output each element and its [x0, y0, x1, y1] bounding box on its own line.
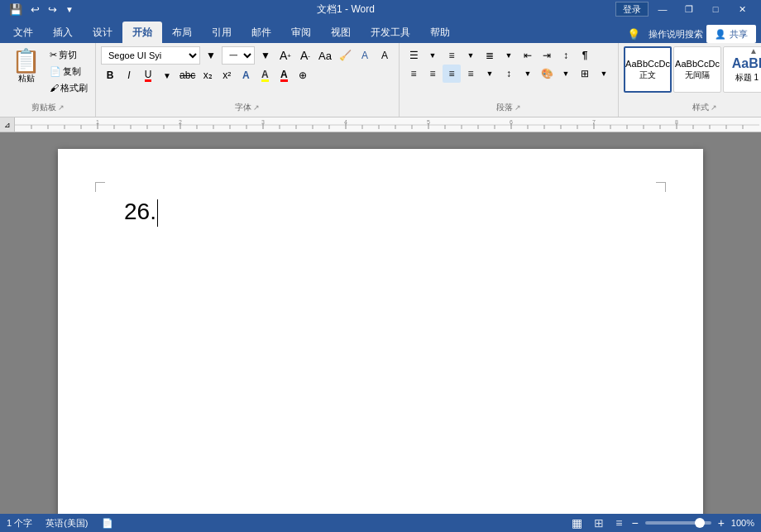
italic-button[interactable]: I: [120, 66, 138, 84]
ribbon-collapse-button[interactable]: ▲: [749, 46, 758, 55]
subscript-button[interactable]: x₂: [199, 66, 217, 84]
bullets-button[interactable]: ☰: [404, 46, 423, 65]
text-effects-button[interactable]: A: [237, 66, 255, 84]
tab-review[interactable]: 审阅: [281, 22, 321, 43]
paragraph-expand-icon[interactable]: ↗: [515, 103, 521, 112]
increase-indent-button[interactable]: ⇥: [538, 46, 556, 65]
status-bar-right: ▦ ⊞ ≡ − + 100%: [569, 516, 754, 530]
bold-button[interactable]: B: [101, 66, 119, 84]
search-label[interactable]: 操作说明搜索: [649, 28, 703, 41]
underline-options-icon[interactable]: ▼: [158, 66, 176, 84]
decrease-font-size-button[interactable]: A-: [296, 46, 314, 65]
tab-view[interactable]: 视图: [321, 22, 361, 43]
paste-button[interactable]: 📋 粘贴: [5, 46, 47, 88]
language[interactable]: 英语(美国): [45, 517, 88, 530]
increase-font-size-button[interactable]: A+: [276, 46, 294, 65]
numbering-button[interactable]: ≡: [443, 46, 461, 65]
maximize-button[interactable]: □: [703, 0, 728, 18]
word-count[interactable]: 1 个字: [7, 517, 32, 530]
borders-options-icon[interactable]: ▼: [595, 65, 613, 83]
document-area[interactable]: 26.: [0, 132, 761, 514]
sort-button[interactable]: ↕: [557, 46, 575, 65]
justify-button[interactable]: ≡: [462, 65, 480, 83]
tab-help[interactable]: 帮助: [420, 22, 460, 43]
tab-home[interactable]: 开始: [122, 22, 162, 43]
cut-button[interactable]: ✂ 剪切: [47, 47, 90, 63]
zoom-thumb[interactable]: [695, 518, 705, 528]
strikethrough-button[interactable]: abc: [177, 66, 198, 84]
cut-icon: ✂: [50, 50, 57, 60]
align-options-button[interactable]: ▼: [481, 65, 499, 83]
web-layout-view-button[interactable]: ⊞: [591, 516, 606, 530]
paragraph-label: 段落 ↗: [404, 102, 613, 115]
shading-options-icon[interactable]: ▼: [557, 65, 575, 83]
multilevel-dropdown-icon[interactable]: ▼: [500, 46, 518, 65]
tab-design[interactable]: 设计: [83, 22, 122, 43]
borders-button[interactable]: ⊞: [576, 65, 594, 83]
minimize-button[interactable]: —: [650, 0, 675, 18]
zoom-slider[interactable]: [645, 521, 711, 525]
clear-formatting-button[interactable]: 🧹: [336, 46, 354, 65]
font-size-dropdown-icon[interactable]: ▼: [256, 46, 275, 65]
tab-references[interactable]: 引用: [202, 22, 242, 43]
copy-button[interactable]: 📄 复制: [47, 64, 90, 79]
change-case-button[interactable]: Aa: [316, 46, 334, 65]
ruler-corner[interactable]: ⊿: [0, 117, 15, 132]
zoom-in-button[interactable]: +: [718, 516, 725, 530]
zoom-level[interactable]: 100%: [731, 518, 754, 528]
svg-text:1: 1: [96, 119, 99, 125]
bullets-dropdown-icon[interactable]: ▼: [424, 46, 442, 65]
underline-button[interactable]: U: [139, 66, 157, 84]
format-painter-button[interactable]: 🖌 格式刷: [47, 80, 90, 96]
font-color-highlight-button[interactable]: A: [356, 46, 374, 65]
line-spacing-options-icon[interactable]: ▼: [519, 65, 537, 83]
font-family-dropdown-icon[interactable]: ▼: [202, 46, 220, 65]
redo-icon[interactable]: ↪: [45, 3, 60, 16]
text-color-button[interactable]: A: [256, 66, 274, 84]
help-icon[interactable]: 💡: [622, 28, 645, 41]
styles-expand-icon[interactable]: ↗: [711, 103, 717, 112]
print-layout-view-button[interactable]: ▦: [569, 516, 585, 530]
share-icon: 👤: [715, 29, 726, 40]
style-no-spacing[interactable]: AaBbCcDc 无间隔: [673, 46, 721, 93]
shading-button[interactable]: 🎨: [538, 65, 556, 83]
tab-mailings[interactable]: 邮件: [242, 22, 281, 43]
tab-insert[interactable]: 插入: [43, 22, 83, 43]
show-marks-button[interactable]: ¶: [576, 46, 594, 65]
read-view-button[interactable]: ≡: [613, 516, 625, 530]
decrease-indent-button[interactable]: ⇤: [519, 46, 537, 65]
clipboard-secondary: ✂ 剪切 📄 复制 🖌 格式刷: [47, 46, 90, 96]
undo-icon[interactable]: ↩: [28, 3, 42, 16]
superscript-button[interactable]: x²: [218, 66, 236, 84]
font-label: 字体 ↗: [101, 102, 394, 115]
font-expand-icon[interactable]: ↗: [253, 103, 260, 112]
restore-button[interactable]: ❐: [677, 0, 701, 18]
align-left-button[interactable]: ≡: [404, 65, 423, 83]
customize-quick-access-icon[interactable]: ▼: [63, 5, 76, 14]
close-button[interactable]: ✕: [730, 0, 754, 18]
clipboard-expand-icon[interactable]: ↗: [58, 103, 65, 112]
save-icon[interactable]: 💾: [7, 3, 25, 16]
paragraph-row-1: ☰ ▼ ≡ ▼ ≣ ▼ ⇤ ⇥ ↕ ¶: [404, 46, 594, 65]
tab-layout[interactable]: 布局: [162, 22, 202, 43]
multilevel-list-button[interactable]: ≣: [481, 46, 499, 65]
tab-developer[interactable]: 开发工具: [361, 22, 420, 43]
numbering-dropdown-icon[interactable]: ▼: [462, 46, 480, 65]
tab-file[interactable]: 文件: [3, 22, 43, 43]
align-center-button[interactable]: ≡: [424, 65, 442, 83]
share-button[interactable]: 👤 共享: [706, 25, 756, 43]
document-content[interactable]: 26.: [124, 199, 637, 227]
font-color-button[interactable]: A: [275, 66, 293, 84]
status-bar: 1 个字 英语(美国) 📄 ▦ ⊞ ≡ − + 100%: [0, 514, 761, 532]
style-normal[interactable]: AaBbCcDc 正文: [624, 46, 672, 93]
font-family-select[interactable]: Segoe UI Syi: [101, 46, 200, 65]
text-highlight-button[interactable]: A: [376, 46, 394, 65]
track-changes-icon[interactable]: 📄: [102, 518, 113, 529]
login-button[interactable]: 登录: [615, 2, 649, 17]
more-font-options-button[interactable]: ⊕: [294, 66, 312, 84]
line-spacing-button[interactable]: ↕: [500, 65, 518, 83]
font-size-select[interactable]: 一号: [222, 46, 255, 65]
zoom-out-button[interactable]: −: [631, 516, 638, 530]
align-right-button[interactable]: ≡: [443, 65, 461, 83]
document-page[interactable]: 26.: [58, 149, 703, 514]
